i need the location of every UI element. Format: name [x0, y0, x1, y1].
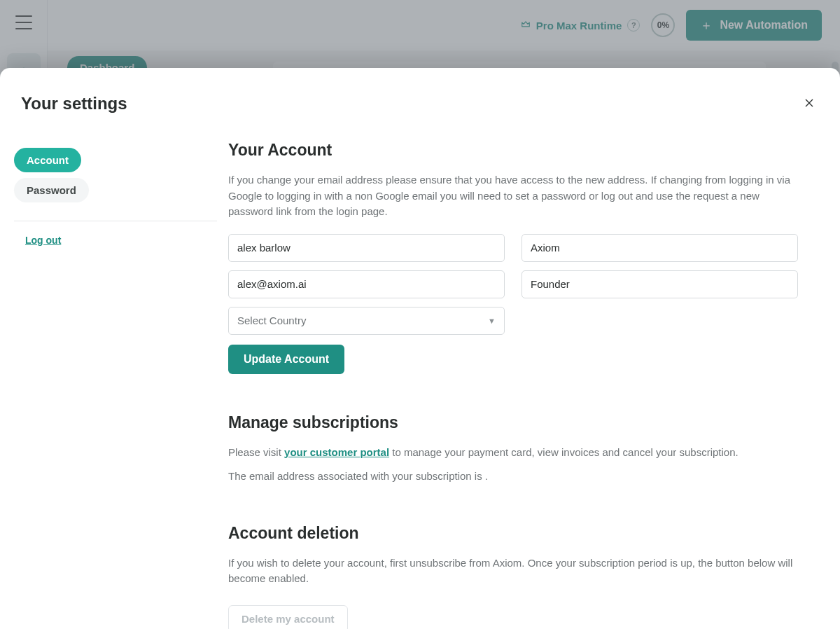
- email-field[interactable]: [228, 270, 505, 298]
- deletion-text: If you wish to delete your account, firs…: [228, 555, 798, 587]
- nav-password[interactable]: Password: [14, 178, 89, 202]
- logout-link[interactable]: Log out: [25, 235, 61, 246]
- delete-account-button: Delete my account: [228, 605, 348, 630]
- settings-modal: Your settings Account Password Log out Y…: [0, 68, 840, 629]
- modal-title: Your settings: [21, 94, 127, 113]
- country-placeholder: Select Country: [237, 314, 306, 326]
- subscriptions-text-1: Please visit your customer portal to man…: [228, 445, 798, 461]
- role-field[interactable]: [522, 270, 798, 298]
- close-icon[interactable]: [799, 92, 819, 116]
- customer-portal-link[interactable]: your customer portal: [284, 446, 389, 458]
- settings-content: Your Account If you change your email ad…: [228, 137, 802, 629]
- chevron-down-icon: ▼: [488, 317, 496, 325]
- nav-account[interactable]: Account: [14, 148, 81, 172]
- country-select[interactable]: Select Country ▼: [228, 307, 505, 335]
- account-intro: If you change your email address please …: [228, 172, 798, 220]
- name-field[interactable]: [228, 234, 505, 262]
- subscriptions-text-2: The email address associated with your s…: [228, 469, 798, 485]
- deletion-heading: Account deletion: [228, 524, 798, 543]
- settings-nav: Account Password Log out: [0, 137, 228, 629]
- company-field[interactable]: [522, 234, 798, 262]
- update-account-button[interactable]: Update Account: [228, 345, 344, 374]
- subscriptions-heading: Manage subscriptions: [228, 413, 798, 432]
- account-heading: Your Account: [228, 141, 798, 160]
- nav-separator: [14, 221, 217, 221]
